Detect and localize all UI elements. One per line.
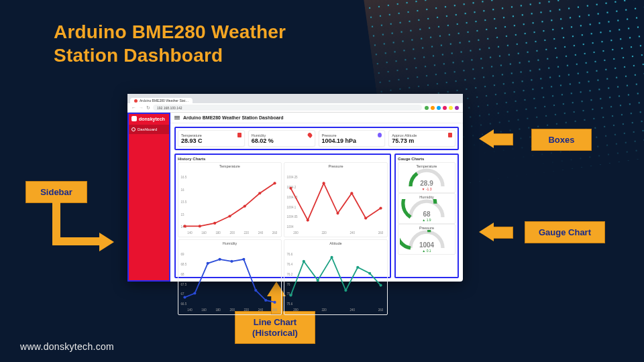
svg-point-31 <box>323 182 325 184</box>
svg-point-56 <box>264 299 267 302</box>
thermometer-icon <box>237 133 241 137</box>
browser-chrome: Arduino BME280 Weather Stat… ← → ↻ 192.1… <box>127 94 463 113</box>
svg-point-49 <box>183 296 186 299</box>
ext-icon[interactable] <box>443 106 447 110</box>
svg-text:200: 200 <box>230 309 235 312</box>
svg-text:200: 200 <box>230 231 235 235</box>
svg-text:220: 220 <box>321 309 327 312</box>
arrow-left-icon <box>479 129 494 148</box>
footer-url: www.donskytech.com <box>20 341 114 352</box>
line-chart-humidity[interactable]: Humidity 66.56767.56868.5691401601802002… <box>178 239 282 314</box>
svg-text:16.5: 16.5 <box>180 176 186 179</box>
svg-text:240: 240 <box>258 309 264 312</box>
hamburger-icon[interactable] <box>174 116 180 119</box>
slide-title-line2: Station Dashboard <box>54 45 223 66</box>
svg-point-16 <box>244 205 246 208</box>
svg-text:260: 260 <box>272 231 278 235</box>
line-chart-pressure[interactable]: Pressure 10041004.051004.11004.151004.21… <box>284 162 388 237</box>
svg-text:140: 140 <box>187 309 193 312</box>
svg-text:76.2: 76.2 <box>286 273 292 276</box>
chart-svg: 75.675.87676.276.476.6200220240260 <box>286 245 386 313</box>
favicon-icon <box>134 99 138 103</box>
svg-point-68 <box>289 294 292 297</box>
chart-svg: 66.56767.56868.569140160180200220240260 <box>180 245 280 313</box>
slide-title-line1: Arduino BME280 Weather <box>54 21 286 42</box>
gauge-humidity[interactable]: Humidity 68 ▲ 1.9 <box>398 193 455 224</box>
forward-icon[interactable]: → <box>139 105 144 110</box>
reload-icon[interactable]: ↻ <box>146 105 150 111</box>
svg-text:1004.25: 1004.25 <box>286 176 298 179</box>
url-field[interactable]: 192.168.100.142 <box>153 105 422 111</box>
svg-text:15.5: 15.5 <box>180 200 186 204</box>
history-charts-panel: History Charts Temperature 14.51515.5161… <box>174 154 391 278</box>
history-title: History Charts <box>178 157 388 161</box>
ext-icon[interactable] <box>437 106 441 110</box>
svg-text:260: 260 <box>378 231 384 235</box>
metric-label: Approx Altitude <box>392 133 417 137</box>
line-chart-temperature[interactable]: Temperature 14.51515.51616.5140160180200… <box>178 162 282 237</box>
metric-box-altitude: Approx Altitude 75.73 m <box>388 130 455 147</box>
chart-svg: 14.51515.51616.5140160180200220240260 <box>180 168 280 236</box>
svg-text:180: 180 <box>215 309 221 312</box>
metric-value: 68.02 % <box>252 137 312 144</box>
svg-point-17 <box>258 192 261 194</box>
svg-text:160: 160 <box>201 231 207 235</box>
svg-text:220: 220 <box>321 231 327 235</box>
brand-text: donskytech <box>139 117 165 121</box>
ext-icon[interactable] <box>449 106 453 110</box>
svg-text:76.4: 76.4 <box>286 263 292 266</box>
svg-point-53 <box>230 260 233 263</box>
brand[interactable]: donskytech <box>127 113 170 125</box>
svg-text:76.6: 76.6 <box>286 253 292 256</box>
svg-point-32 <box>336 212 339 215</box>
svg-text:66.5: 66.5 <box>180 303 186 306</box>
callout-linechart-l2: (Historical) <box>252 328 298 338</box>
svg-point-73 <box>356 266 359 269</box>
svg-text:240: 240 <box>350 231 356 235</box>
back-icon[interactable]: ← <box>131 105 136 110</box>
metric-label: Pressure <box>322 133 337 137</box>
svg-text:69: 69 <box>180 253 184 256</box>
metric-value: 75.73 m <box>392 137 452 144</box>
svg-text:67.5: 67.5 <box>180 283 186 286</box>
url-text: 192.168.100.142 <box>157 106 182 110</box>
ext-icon[interactable] <box>455 106 459 110</box>
browser-tab[interactable]: Arduino BME280 Weather Stat… <box>130 98 193 103</box>
metric-box-humidity: Humidity 68.02 % <box>248 130 315 147</box>
svg-text:180: 180 <box>215 231 221 235</box>
sidebar-elbow-connector <box>52 201 99 245</box>
content: Temperature 28.93 C Humidity 68.02 % Pre… <box>170 123 463 282</box>
sidebar: donskytech Dashboard <box>127 113 170 282</box>
callout-sidebar: Sidebar <box>25 181 87 203</box>
svg-text:140: 140 <box>187 231 193 235</box>
svg-text:260: 260 <box>378 309 384 312</box>
svg-point-69 <box>303 260 305 263</box>
svg-point-15 <box>228 215 231 217</box>
svg-text:75.6: 75.6 <box>286 303 292 306</box>
gauge-icon <box>378 133 382 137</box>
svg-point-18 <box>273 182 276 184</box>
svg-text:15: 15 <box>180 213 184 217</box>
callout-linechart-l1: Line Chart <box>254 317 297 327</box>
svg-text:220: 220 <box>244 231 250 235</box>
browser-tabbar[interactable]: Arduino BME280 Weather Stat… <box>127 94 463 103</box>
callout-gauge: Gauge Chart <box>525 221 605 243</box>
metric-boxes: Temperature 28.93 C Humidity 68.02 % Pre… <box>174 127 459 150</box>
line-chart-altitude[interactable]: Altitude 75.675.87676.276.476.6200220240… <box>284 239 388 314</box>
main-area: Arduino BME280 Weather Station Dashboard… <box>170 113 463 282</box>
gauge-pressure[interactable]: Pressure 1004 ▲ 0.1 <box>398 224 455 255</box>
page-title: Arduino BME280 Weather Station Dashboard <box>183 115 284 120</box>
sidebar-item-label: Dashboard <box>138 127 157 131</box>
extension-icons <box>425 106 459 110</box>
svg-text:1004.05: 1004.05 <box>286 215 298 219</box>
sidebar-item-dashboard[interactable]: Dashboard <box>127 125 170 134</box>
ext-icon[interactable] <box>431 106 435 110</box>
metric-box-temperature: Temperature 28.93 C <box>178 130 245 147</box>
metric-box-pressure: Pressure 1004.19 hPa <box>319 130 386 147</box>
gauge-temperature[interactable]: Temperature 28.9 ▼ -1.3 <box>398 162 455 193</box>
svg-text:68.5: 68.5 <box>180 263 186 266</box>
ext-icon[interactable] <box>425 106 429 110</box>
svg-point-33 <box>350 192 353 194</box>
svg-point-29 <box>289 187 292 190</box>
svg-text:220: 220 <box>244 309 250 312</box>
